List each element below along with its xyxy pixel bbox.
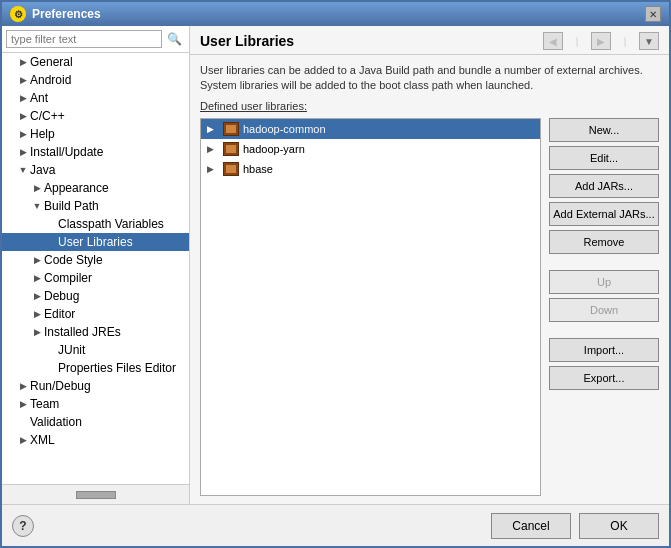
label-properties-files: Properties Files Editor [58,361,185,375]
title-bar-left: ⚙ Preferences [10,6,101,22]
label-validation: Validation [30,415,185,429]
separator1: | [567,32,587,50]
cancel-button[interactable]: Cancel [491,513,571,539]
label-ant: Ant [30,91,185,105]
sidebar-item-android[interactable]: ▶Android [2,71,189,89]
filter-input[interactable] [6,30,162,48]
sidebar-item-code-style[interactable]: ▶Code Style [2,251,189,269]
forward-button[interactable]: ▶ [591,32,611,50]
back-button[interactable]: ◀ [543,32,563,50]
sidebar-item-junit[interactable]: JUnit [2,341,189,359]
sidebar-item-team[interactable]: ▶Team [2,395,189,413]
lib-arrow-hbase: ▶ [207,164,219,174]
ok-button[interactable]: OK [579,513,659,539]
sidebar-item-properties-files[interactable]: Properties Files Editor [2,359,189,377]
lib-item-hadoop-common[interactable]: ▶hadoop-common [201,119,540,139]
down-button[interactable]: Down [549,298,659,322]
sidebar-item-editor[interactable]: ▶Editor [2,305,189,323]
action-buttons: New... Edit... Add JARs... Add External … [549,118,659,496]
label-compiler: Compiler [44,271,185,285]
add-jars-button[interactable]: Add JARs... [549,174,659,198]
preferences-window: ⚙ Preferences ✕ 🔍 ▶General▶Android▶Ant▶C… [0,0,671,548]
panel-header: User Libraries ◀ | ▶ | ▼ [190,26,669,55]
sidebar-item-validation[interactable]: Validation [2,413,189,431]
panel-title: User Libraries [200,33,294,49]
label-java: Java [30,163,185,177]
sidebar: 🔍 ▶General▶Android▶Ant▶C/C++▶Help▶Instal… [2,26,190,504]
label-junit: JUnit [58,343,185,357]
label-build-path: Build Path [44,199,185,213]
arrow-android: ▶ [16,75,30,85]
arrow-ant: ▶ [16,93,30,103]
remove-button[interactable]: Remove [549,230,659,254]
sidebar-item-xml[interactable]: ▶XML [2,431,189,449]
sidebar-item-classpath-variables[interactable]: Classpath Variables [2,215,189,233]
label-run-debug: Run/Debug [30,379,185,393]
edit-button[interactable]: Edit... [549,146,659,170]
arrow-run-debug: ▶ [16,381,30,391]
sidebar-item-debug[interactable]: ▶Debug [2,287,189,305]
add-external-jars-button[interactable]: Add External JARs... [549,202,659,226]
sidebar-item-user-libraries[interactable]: User Libraries [2,233,189,251]
export-button[interactable]: Export... [549,366,659,390]
lib-name-hadoop-yarn: hadoop-yarn [243,143,305,155]
sidebar-item-installed-jres[interactable]: ▶Installed JREs [2,323,189,341]
arrow-compiler: ▶ [30,273,44,283]
sidebar-item-help[interactable]: ▶Help [2,125,189,143]
footer: ? Cancel OK [2,504,669,546]
right-panel: User Libraries ◀ | ▶ | ▼ User libraries … [190,26,669,504]
library-list[interactable]: ▶hadoop-common▶hadoop-yarn▶hbase [200,118,541,496]
sidebar-item-cpp[interactable]: ▶C/C++ [2,107,189,125]
sidebar-scrollbar[interactable] [76,491,116,499]
lib-arrow-hadoop-yarn: ▶ [207,144,219,154]
filter-box: 🔍 [2,26,189,53]
sidebar-item-appearance[interactable]: ▶Appearance [2,179,189,197]
label-cpp: C/C++ [30,109,185,123]
dropdown-button[interactable]: ▼ [639,32,659,50]
sidebar-item-build-path[interactable]: ▼Build Path [2,197,189,215]
arrow-installed-jres: ▶ [30,327,44,337]
lib-icon-hbase [223,162,239,176]
title-bar: ⚙ Preferences ✕ [2,2,669,26]
new-button[interactable]: New... [549,118,659,142]
footer-right: Cancel OK [491,513,659,539]
label-general: General [30,55,185,69]
sidebar-bottom [2,484,189,504]
arrow-build-path: ▼ [30,201,44,211]
lib-item-hadoop-yarn[interactable]: ▶hadoop-yarn [201,139,540,159]
sidebar-item-compiler[interactable]: ▶Compiler [2,269,189,287]
lib-icon-hadoop-common [223,122,239,136]
sidebar-item-run-debug[interactable]: ▶Run/Debug [2,377,189,395]
label-debug: Debug [44,289,185,303]
window-title: Preferences [32,7,101,21]
sidebar-item-install-update[interactable]: ▶Install/Update [2,143,189,161]
sidebar-item-ant[interactable]: ▶Ant [2,89,189,107]
label-install-update: Install/Update [30,145,185,159]
close-button[interactable]: ✕ [645,6,661,22]
arrow-general: ▶ [16,57,30,67]
lib-name-hbase: hbase [243,163,273,175]
lib-item-hbase[interactable]: ▶hbase [201,159,540,179]
label-android: Android [30,73,185,87]
defined-label: Defined user libraries: [200,100,659,112]
tree: ▶General▶Android▶Ant▶C/C++▶Help▶Install/… [2,53,189,484]
sidebar-item-java[interactable]: ▼Java [2,161,189,179]
panel-body: User libraries can be added to a Java Bu… [190,55,669,504]
label-classpath-variables: Classpath Variables [58,217,185,231]
import-button[interactable]: Import... [549,338,659,362]
footer-left: ? [12,515,34,537]
arrow-editor: ▶ [30,309,44,319]
label-appearance: Appearance [44,181,185,195]
up-button[interactable]: Up [549,270,659,294]
filter-clear-icon[interactable]: 🔍 [164,31,185,47]
arrow-xml: ▶ [16,435,30,445]
preferences-icon: ⚙ [10,6,26,22]
main-content: 🔍 ▶General▶Android▶Ant▶C/C++▶Help▶Instal… [2,26,669,504]
label-xml: XML [30,433,185,447]
panel-main: ▶hadoop-common▶hadoop-yarn▶hbase New... … [200,118,659,496]
lib-name-hadoop-common: hadoop-common [243,123,326,135]
separator2: | [615,32,635,50]
sidebar-item-general[interactable]: ▶General [2,53,189,71]
label-help: Help [30,127,185,141]
help-button[interactable]: ? [12,515,34,537]
